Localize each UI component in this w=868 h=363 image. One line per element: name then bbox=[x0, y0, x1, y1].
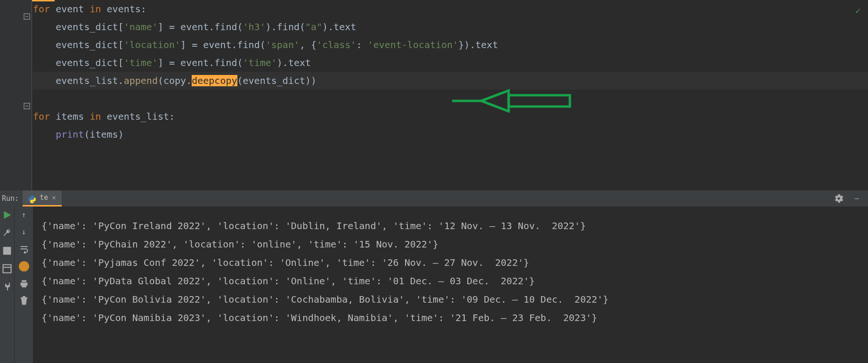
run-tab-name: te bbox=[40, 191, 48, 205]
wrench-icon[interactable] bbox=[2, 228, 12, 238]
code-line[interactable]: for items in events_list: bbox=[33, 107, 868, 125]
play-icon[interactable] bbox=[2, 210, 12, 220]
run-label: Run: bbox=[0, 192, 23, 206]
scroll-to-end-icon[interactable] bbox=[19, 261, 29, 272]
stop-icon[interactable] bbox=[2, 246, 12, 256]
up-arrow-icon[interactable]: ↑ bbox=[19, 210, 29, 220]
run-toolbar-left bbox=[0, 206, 14, 363]
fold-open-icon[interactable] bbox=[24, 8, 30, 14]
minimize-icon[interactable]: — bbox=[852, 194, 861, 203]
code-line[interactable]: events_list.append(copy.deepcopy(events_… bbox=[33, 72, 868, 90]
trash-icon[interactable] bbox=[19, 296, 29, 305]
soft-wrap-icon[interactable] bbox=[19, 244, 29, 254]
gear-icon[interactable] bbox=[834, 194, 844, 203]
code-line[interactable]: for event in events: bbox=[33, 0, 868, 18]
code-line[interactable] bbox=[33, 143, 868, 161]
close-icon[interactable]: × bbox=[52, 191, 56, 204]
run-panel-body: ↑ ↓ {'name': 'PyCon Ireland 2022', 'loca… bbox=[0, 206, 868, 363]
console-output[interactable]: {'name': 'PyCon Ireland 2022', 'location… bbox=[33, 206, 868, 363]
editor-gutter bbox=[0, 0, 32, 190]
code-editor[interactable]: ✓ for event in events: events_dict['name… bbox=[0, 0, 868, 190]
print-icon[interactable] bbox=[19, 279, 29, 289]
code-line[interactable]: events_dict['name'] = event.find('h3').f… bbox=[33, 18, 868, 36]
run-tab[interactable]: te × bbox=[23, 190, 62, 206]
svg-rect-2 bbox=[3, 247, 11, 255]
code-line[interactable]: events_dict['location'] = event.find('sp… bbox=[33, 36, 868, 54]
run-panel-header: Run: te × — bbox=[0, 190, 868, 206]
down-arrow-icon[interactable]: ↓ bbox=[19, 227, 29, 237]
run-toolbar-right: ↑ ↓ bbox=[14, 206, 33, 363]
code-line[interactable]: print(items) bbox=[33, 125, 868, 143]
layout-icon[interactable] bbox=[2, 264, 12, 273]
code-content[interactable]: for event in events: events_dict['name']… bbox=[32, 0, 868, 161]
fold-close-icon[interactable] bbox=[24, 97, 30, 104]
pin-icon[interactable] bbox=[2, 282, 12, 291]
python-file-icon bbox=[28, 194, 36, 202]
code-line[interactable] bbox=[33, 90, 868, 107]
svg-rect-3 bbox=[3, 264, 11, 272]
code-line[interactable]: events_dict['time'] = event.find('time')… bbox=[33, 54, 868, 72]
